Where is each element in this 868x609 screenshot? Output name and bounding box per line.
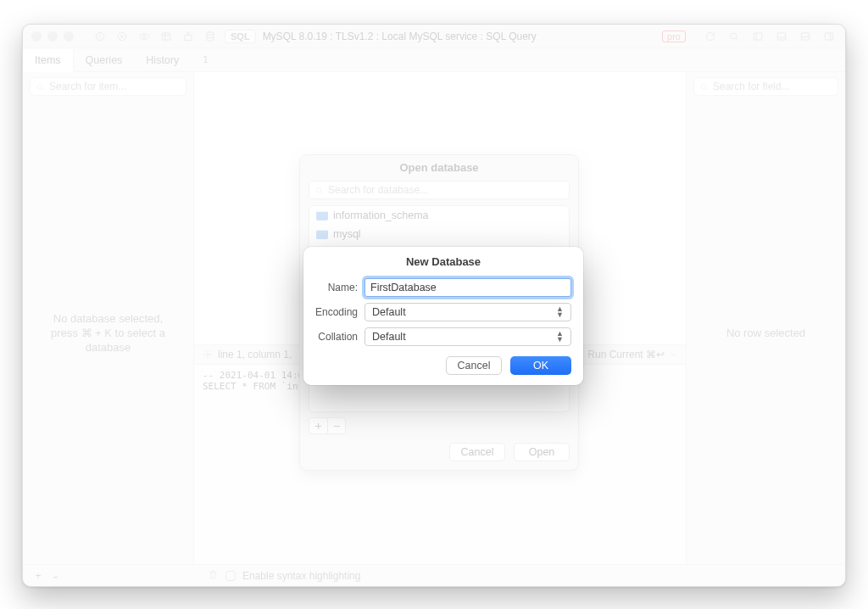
syntax-highlight-checkbox[interactable] [225, 571, 236, 581]
new-database-name-row: Name: [315, 278, 571, 297]
left-empty-line3: database [86, 341, 131, 354]
svg-point-2 [143, 35, 146, 37]
left-search-placeholder: Search for item... [49, 81, 126, 92]
updown-icon: ▲▼ [556, 306, 564, 318]
open-database-buttons: Cancel Open [300, 434, 578, 470]
database-icon[interactable] [203, 29, 218, 44]
export-icon[interactable] [181, 29, 196, 44]
add-item-button[interactable]: + [30, 570, 47, 582]
search-icon [36, 82, 45, 92]
minimize-window-icon[interactable] [47, 31, 58, 42]
trash-icon[interactable] [208, 569, 219, 583]
search-icon [699, 82, 709, 92]
database-item-label: information_schema [333, 210, 429, 221]
new-database-collation-select[interactable]: Default ▲▼ [364, 327, 571, 346]
svg-point-11 [37, 84, 42, 89]
eye-icon[interactable] [136, 29, 152, 44]
svg-point-5 [207, 31, 214, 35]
right-search-input[interactable]: Search for field... [693, 77, 838, 96]
panel-right-icon[interactable] [821, 29, 837, 44]
new-database-encoding-label: Encoding [315, 306, 364, 318]
connection-text: MySQL 8.0.19 : TLSv1.2 : Local MySQL ser… [263, 31, 537, 42]
close-window-icon[interactable] [31, 31, 42, 42]
run-current-label: Run Current ⌘↩︎ [587, 349, 665, 360]
gear-icon[interactable] [203, 349, 213, 360]
open-database-cancel-button[interactable]: Cancel [449, 443, 505, 461]
svg-rect-8 [777, 32, 785, 39]
editor-line-number: 1 [194, 54, 209, 65]
svg-point-13 [701, 84, 706, 89]
new-database-ok-button[interactable]: OK [510, 356, 571, 375]
left-empty-line1: No database selected, [53, 312, 163, 325]
panel-bottom2-icon[interactable] [798, 29, 813, 44]
editor-status-text: line 1, column 1, [218, 349, 292, 360]
new-database-collation-label: Collation [315, 331, 364, 343]
svg-rect-3 [162, 32, 170, 39]
run-current-button[interactable]: Run Current ⌘↩︎ [587, 349, 677, 360]
database-item[interactable]: mysql [309, 225, 569, 243]
open-database-title: Open database [300, 155, 578, 179]
svg-point-0 [96, 32, 103, 40]
sql-badge: SQL [225, 30, 256, 43]
open-database-open-button[interactable]: Open [514, 443, 570, 461]
database-icon [316, 211, 328, 221]
new-database-modal: New Database Name: Encoding Default ▲▼ C… [303, 247, 583, 385]
new-database-encoding-select[interactable]: Default ▲▼ [364, 303, 571, 321]
refresh-icon[interactable] [703, 29, 718, 44]
right-search-placeholder: Search for field... [713, 81, 790, 92]
panel-left-icon[interactable] [750, 29, 765, 44]
syntax-highlight-label: Enable syntax highlighting [242, 570, 360, 582]
zoom-window-icon[interactable] [64, 31, 74, 42]
left-empty-state: No database selected, press ⌘ + K to sel… [23, 101, 193, 564]
svg-rect-7 [754, 32, 761, 39]
database-item-label: mysql [333, 228, 361, 240]
new-database-collation-row: Collation Default ▲▼ [315, 327, 571, 346]
add-database-button[interactable]: + [309, 417, 327, 434]
app-window: SQL MySQL 8.0.19 : TLSv1.2 : Local MySQL… [22, 24, 846, 587]
back-icon[interactable] [92, 29, 108, 44]
updown-icon: ▲▼ [556, 331, 564, 343]
left-tabs: Items Queries History [23, 48, 194, 71]
open-database-add-remove: + − [309, 417, 570, 434]
panel-bottom-icon[interactable] [774, 29, 789, 44]
new-database-name-label: Name: [315, 282, 364, 293]
window-controls[interactable] [31, 31, 74, 42]
new-database-encoding-row: Encoding Default ▲▼ [315, 303, 571, 321]
search-icon [314, 186, 324, 195]
tab-history[interactable]: History [134, 48, 191, 71]
titlebar: SQL MySQL 8.0.19 : TLSv1.2 : Local MySQL… [23, 25, 845, 48]
svg-point-12 [207, 354, 209, 356]
bottom-bar: + ⌄ Enable syntax highlighting [23, 564, 845, 586]
chevron-down-icon [669, 350, 677, 359]
open-database-search[interactable]: Search for database... [309, 181, 570, 199]
new-database-collation-value: Default [372, 331, 406, 343]
open-database-search-placeholder: Search for database... [328, 184, 428, 196]
database-item[interactable]: information_schema [309, 206, 569, 225]
remove-database-button[interactable]: − [327, 417, 346, 434]
search-icon[interactable] [726, 29, 742, 44]
left-search-input[interactable]: Search for item... [30, 77, 186, 96]
tabs-row: Items Queries History 1 [23, 48, 845, 72]
new-database-encoding-value: Default [372, 306, 406, 318]
new-database-name-input[interactable] [364, 278, 571, 297]
left-panel: Search for item... No database selected,… [23, 72, 194, 564]
stop-icon[interactable] [114, 29, 130, 44]
svg-point-14 [316, 187, 321, 193]
table-icon[interactable] [159, 29, 174, 44]
tab-queries[interactable]: Queries [74, 48, 135, 71]
right-panel: Search for field... No row selected [686, 72, 845, 564]
svg-point-6 [731, 32, 737, 38]
right-empty-state: No row selected [687, 101, 845, 564]
svg-rect-9 [801, 32, 809, 39]
pro-badge[interactable]: pro [662, 31, 686, 42]
tab-items[interactable]: Items [23, 49, 74, 72]
left-empty-line2: press ⌘ + K to select a [51, 327, 165, 339]
new-database-title: New Database [315, 255, 571, 268]
database-icon [316, 230, 328, 239]
new-database-cancel-button[interactable]: Cancel [446, 356, 502, 375]
svg-rect-10 [825, 32, 832, 39]
new-database-buttons: Cancel OK [315, 356, 571, 375]
add-item-chevron[interactable]: ⌄ [47, 570, 64, 581]
right-empty-text: No row selected [726, 327, 805, 339]
titlebar-right [703, 29, 837, 44]
